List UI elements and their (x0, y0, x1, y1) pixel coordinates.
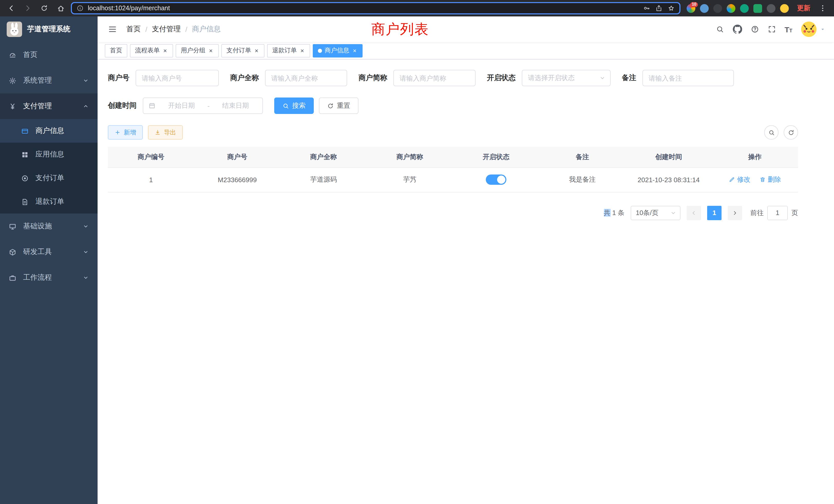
filter-row-2: 创建时间 开始日期 - 结束日期 搜索 重置 (108, 97, 798, 114)
browser-home-icon[interactable] (54, 2, 67, 14)
sidebar-item-infrastructure[interactable]: 基础设施 (0, 213, 97, 239)
merchant-short-name-input[interactable] (393, 70, 476, 86)
yen-icon (9, 102, 17, 110)
chevron-down-icon (670, 210, 676, 216)
active-tab-dot (318, 48, 322, 53)
help-icon[interactable] (750, 25, 759, 33)
column-header: 操作 (712, 147, 798, 167)
extension-icon-dark[interactable] (713, 4, 722, 13)
filter-row-1: 商户号 商户全称 商户简称 开启状态 请选择开启状态 (108, 70, 798, 86)
fullscreen-icon[interactable] (768, 25, 776, 33)
card-icon (21, 127, 29, 135)
box-icon (9, 248, 17, 256)
prev-page-button[interactable] (687, 206, 701, 220)
share-icon[interactable] (655, 5, 662, 12)
next-page-button[interactable] (728, 206, 742, 220)
tab-user-group[interactable]: 用户分组 × (176, 44, 219, 57)
site-info-icon[interactable] (76, 5, 84, 12)
tab-refund-order[interactable]: 退款订单 × (267, 44, 310, 57)
extension-icon-blue[interactable] (700, 4, 709, 13)
extensions-puzzle-icon[interactable]: 10 (687, 4, 695, 13)
browser-back-icon[interactable] (5, 2, 18, 14)
status-toggle[interactable] (486, 175, 506, 185)
edit-button[interactable]: 修改 (729, 175, 750, 184)
sidebar-item-pay-order[interactable]: 支付订单 (0, 166, 97, 190)
hamburger-icon[interactable] (106, 25, 119, 34)
table-header-row: 商户编号 商户号 商户全称 商户简称 开启状态 备注 创建时间 操作 (108, 147, 798, 167)
reset-button[interactable]: 重置 (319, 97, 358, 114)
filter-label: 商户全称 (230, 73, 259, 83)
tab-close-icon[interactable]: × (162, 47, 168, 54)
extension-icon-gray[interactable] (767, 4, 775, 13)
filter-label: 开启状态 (487, 73, 515, 83)
tab-close-icon[interactable]: × (208, 47, 214, 54)
browser-toolbar: localhost:1024/pay/merchant 10 更新 (0, 0, 834, 17)
tab-process-form[interactable]: 流程表单 × (130, 44, 173, 57)
tab-pay-order[interactable]: 支付订单 × (221, 44, 264, 57)
sidebar-item-payment[interactable]: 支付管理 (0, 93, 97, 119)
filter-merchant-short-name: 商户简称 (358, 70, 476, 86)
avatar[interactable] (801, 22, 816, 37)
page-1-button[interactable]: 1 (707, 206, 722, 220)
page-content: 商户号 商户全称 商户简称 开启状态 请选择开启状态 (97, 60, 834, 504)
edit-button-label: 修改 (737, 175, 750, 184)
browser-menu-icon[interactable] (816, 2, 829, 14)
tab-close-icon[interactable]: × (254, 47, 259, 54)
sidebar-item-dev-tools[interactable]: 研发工具 (0, 239, 97, 265)
address-bar[interactable]: localhost:1024/pay/merchant (71, 2, 680, 14)
refresh-table-button[interactable] (784, 125, 798, 140)
remark-input[interactable] (642, 70, 734, 86)
tab-close-icon[interactable]: × (300, 47, 305, 54)
extension-icon-note[interactable] (753, 4, 762, 13)
cell-merchant-id: 1 (108, 167, 194, 192)
chevron-down-icon (599, 75, 606, 81)
chevron-down-icon (83, 223, 89, 229)
breadcrumb-payment[interactable]: 支付管理 (152, 25, 181, 34)
tab-close-icon[interactable]: × (352, 47, 357, 54)
sidebar-item-refund-order[interactable]: 退款订单 (0, 190, 97, 213)
merchant-no-input[interactable] (136, 70, 219, 86)
tab-home[interactable]: 首页 (105, 44, 127, 57)
sidebar-item-merchant-info[interactable]: 商户信息 (0, 119, 97, 143)
calendar-icon (148, 102, 156, 109)
merchant-name-input[interactable] (265, 70, 347, 86)
page-size-select[interactable]: 10条/页 (631, 206, 680, 220)
delete-button[interactable]: 删除 (760, 175, 781, 184)
create-time-range-picker[interactable]: 开始日期 - 结束日期 (143, 97, 263, 114)
extension-icon-green[interactable] (740, 4, 749, 13)
search-button-label: 搜索 (292, 101, 306, 110)
user-menu[interactable] (801, 22, 826, 37)
password-key-icon[interactable] (643, 5, 650, 12)
search-button[interactable]: 搜索 (274, 97, 314, 114)
caret-down-icon (820, 26, 826, 32)
tab-label: 用户分组 (181, 46, 205, 55)
export-button[interactable]: 导出 (148, 125, 183, 140)
navbar-actions: TT (716, 22, 826, 37)
edit-icon (729, 177, 735, 183)
breadcrumb-current: 商户信息 (192, 25, 221, 34)
toggle-search-button[interactable] (764, 125, 778, 140)
sidebar-item-home[interactable]: 首页 (0, 42, 97, 68)
extension-icon-yellow[interactable] (780, 4, 789, 13)
tab-merchant-info[interactable]: 商户信息 × (313, 44, 363, 57)
column-header: 开启状态 (453, 147, 539, 167)
extension-badge: 10 (690, 2, 698, 7)
github-icon[interactable] (732, 25, 742, 34)
browser-forward-icon[interactable] (22, 2, 34, 14)
end-date-placeholder: 结束日期 (214, 101, 257, 110)
cell-create-time: 2021-10-23 08:31:14 (626, 167, 712, 192)
header-search-icon[interactable] (716, 25, 724, 33)
sidebar-item-system[interactable]: 系统管理 (0, 68, 97, 93)
status-select[interactable]: 请选择开启状态 (522, 70, 611, 86)
breadcrumb-home[interactable]: 首页 (126, 25, 141, 34)
sidebar-item-workflow[interactable]: 工作流程 (0, 265, 97, 291)
pagination-total-rest: 1 条 (610, 209, 624, 216)
font-size-icon[interactable]: TT (785, 25, 792, 33)
add-button[interactable]: 新增 (108, 125, 143, 140)
goto-page-input[interactable] (767, 206, 788, 220)
profile-avatar-icon[interactable] (727, 4, 736, 13)
bookmark-star-icon[interactable] (667, 5, 675, 12)
browser-update-button[interactable]: 更新 (795, 4, 812, 13)
browser-reload-icon[interactable] (38, 2, 50, 14)
sidebar-item-app-info[interactable]: 应用信息 (0, 143, 97, 166)
